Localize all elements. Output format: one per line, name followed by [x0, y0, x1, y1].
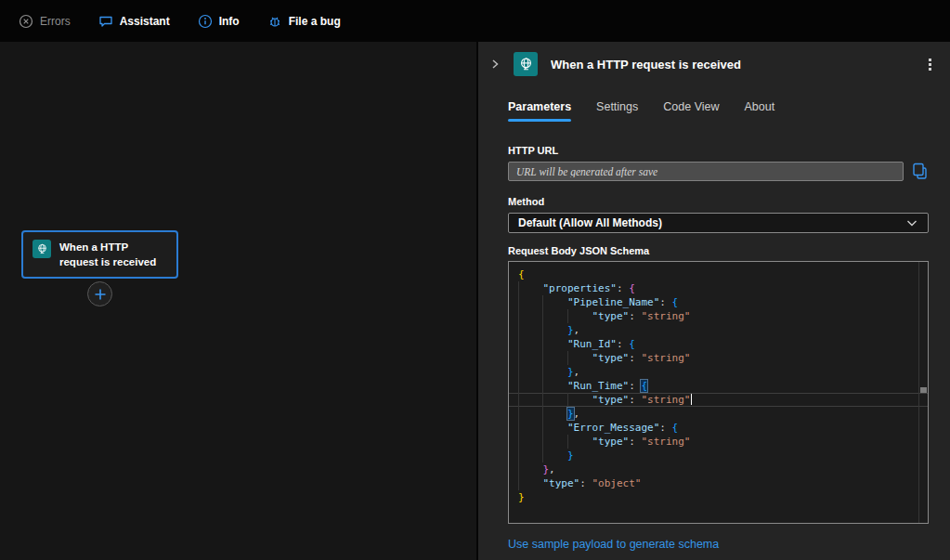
code-token: , [574, 366, 580, 378]
more-options-button[interactable] [920, 54, 939, 74]
code-token: } [567, 408, 574, 420]
indent-guide [518, 421, 542, 435]
indent-guide [518, 309, 542, 323]
code-token: : [617, 282, 629, 294]
code-token: "Run_Id" [567, 338, 617, 350]
code-token: { [518, 268, 525, 280]
tab-code-view[interactable]: Code View [663, 100, 719, 122]
copy-url-button[interactable] [911, 163, 929, 181]
chevron-down-icon [905, 216, 918, 229]
code-token: "type" [592, 394, 629, 406]
indent-guide [542, 421, 566, 435]
indent-guide [542, 337, 566, 351]
code-token: { [629, 338, 635, 350]
toolbar-item-assistant[interactable]: Assistant [98, 14, 170, 29]
code-line[interactable]: "type": "object" [509, 476, 928, 490]
code-token: : [659, 422, 671, 434]
tab-settings[interactable]: Settings [596, 100, 638, 122]
code-token: "properties" [542, 282, 616, 294]
json-schema-editor[interactable]: {"properties": {"Pipeline_Name": {"type"… [508, 261, 929, 524]
json-schema-code[interactable]: {"properties": {"Pipeline_Name": {"type"… [509, 262, 928, 504]
code-token: , [574, 324, 580, 336]
toolbar-bug-label: File a bug [289, 15, 341, 28]
code-token: } [567, 324, 574, 336]
code-line[interactable]: "properties": { [509, 281, 928, 295]
code-token: { [672, 296, 679, 308]
indent-guide [567, 309, 592, 323]
trigger-card-title: When a HTTP request is received [59, 240, 167, 269]
method-label: Method [508, 196, 929, 207]
dot [929, 63, 931, 66]
code-token: { [672, 422, 679, 434]
code-line[interactable]: "type": "string" [509, 309, 928, 323]
toolbar-info-label: Info [219, 15, 240, 28]
code-line[interactable]: }, [509, 407, 928, 421]
indent-guide [567, 351, 592, 365]
indent-guide [518, 476, 542, 490]
code-token: : [579, 477, 592, 489]
indent-guide [567, 393, 592, 407]
error-circle-icon [19, 14, 33, 29]
indent-guide [518, 351, 542, 365]
code-token: : [617, 338, 629, 350]
http-url-input[interactable] [508, 162, 904, 181]
indent-guide [542, 295, 566, 309]
code-token: : [629, 310, 641, 322]
indent-guide [542, 323, 566, 337]
code-token: "Pipeline_Name" [567, 296, 659, 308]
code-token: "type" [592, 352, 629, 364]
code-line[interactable]: "Run_Id": { [509, 337, 928, 351]
code-line[interactable]: "Error_Message": { [509, 421, 928, 435]
tab-parameters[interactable]: Parameters [508, 100, 571, 122]
code-token: , [574, 408, 580, 420]
toolbar-errors-label: Errors [40, 15, 71, 28]
code-token: } [518, 491, 525, 503]
method-dropdown[interactable]: Default (Allow All Methods) [508, 213, 929, 233]
code-token: "type" [542, 477, 579, 489]
method-dropdown-value: Default (Allow All Methods) [518, 216, 905, 229]
trigger-card-http-request[interactable]: When a HTTP request is received [21, 230, 178, 279]
add-action-button[interactable] [87, 281, 112, 306]
dot [929, 59, 931, 61]
copy-icon [912, 163, 929, 180]
trigger-details-panel: When a HTTP request is received Paramete… [476, 42, 950, 560]
toolbar-item-info[interactable]: Info [198, 14, 240, 29]
indent-guide [518, 323, 542, 337]
code-line[interactable]: "type": "string" [509, 435, 928, 449]
http-request-trigger-icon [33, 240, 51, 258]
toolbar-item-file-a-bug[interactable]: File a bug [267, 14, 341, 29]
editor-scrollbar[interactable] [918, 262, 928, 523]
toolbar-item-errors[interactable]: Errors [19, 14, 71, 29]
plus-icon [94, 288, 107, 301]
code-token: "Error_Message" [567, 422, 659, 434]
use-sample-payload-link[interactable]: Use sample payload to generate schema [508, 538, 929, 551]
bug-icon [267, 14, 282, 29]
http-url-label: HTTP URL [508, 145, 929, 156]
collapse-panel-button[interactable] [485, 54, 505, 74]
code-line[interactable]: "type": "string" [509, 351, 928, 365]
code-line[interactable]: } [509, 490, 928, 504]
text-cursor [691, 394, 693, 405]
code-token: "object" [592, 477, 641, 489]
code-line[interactable]: "Run_Time": { [509, 379, 928, 393]
indent-guide [542, 435, 566, 449]
indent-guide [542, 379, 566, 393]
code-token: "type" [592, 436, 629, 448]
indent-guide [518, 295, 542, 309]
code-line[interactable]: "type": "string" [509, 393, 928, 407]
code-token: } [567, 449, 574, 462]
code-line[interactable]: { [509, 267, 928, 281]
chevron-right-icon [489, 59, 501, 70]
code-line[interactable]: }, [509, 323, 928, 337]
tab-about[interactable]: About [745, 100, 775, 122]
indent-guide [542, 393, 566, 407]
code-token: "string" [641, 310, 690, 322]
code-line[interactable]: "Pipeline_Name": { [509, 295, 928, 309]
code-line[interactable]: }, [509, 365, 928, 379]
code-line[interactable]: }, [509, 462, 928, 476]
code-line[interactable]: } [509, 449, 928, 462]
indent-guide [567, 435, 592, 449]
indent-guide [518, 407, 542, 421]
designer-canvas[interactable]: When a HTTP request is received [0, 42, 476, 560]
indent-guide [518, 449, 542, 462]
